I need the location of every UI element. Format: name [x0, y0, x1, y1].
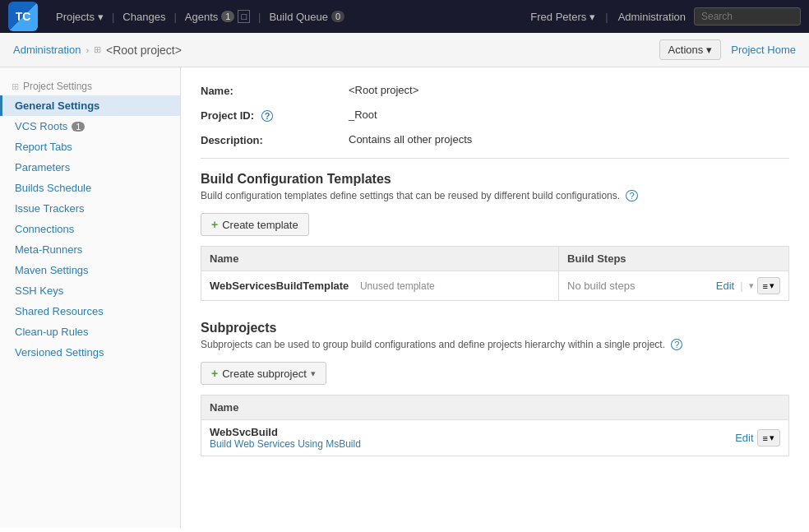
tc-logo: TC	[8, 2, 38, 31]
search-input[interactable]	[694, 7, 801, 25]
vcs-roots-badge: 1	[72, 122, 85, 132]
sidebar-item-builds-schedule[interactable]: Builds Schedule	[0, 178, 180, 198]
sidebar-grid-icon: ⊞	[12, 81, 19, 92]
breadcrumb-current-project: <Root project>	[106, 44, 182, 57]
project-id-label: Project ID: ?	[201, 109, 349, 122]
no-build-steps-label: No build steps	[567, 280, 635, 292]
name-value: <Root project>	[349, 84, 418, 96]
sidebar-item-shared-resources[interactable]: Shared Resources	[0, 301, 180, 322]
template-name[interactable]: WebServicesBuildTemplate	[210, 280, 349, 292]
agent-icon-box: □	[238, 10, 250, 23]
sidebar-label-connections: Connections	[15, 223, 74, 235]
template-name-cell: WebServicesBuildTemplate Unused template	[201, 271, 559, 301]
nav-administration[interactable]: Administration	[618, 11, 686, 23]
sidebar-label-meta-runners: Meta-Runners	[15, 243, 82, 256]
sidebar-item-report-tabs[interactable]: Report Tabs	[0, 136, 180, 157]
name-label: Name:	[201, 84, 349, 97]
subproject-action-menu-button[interactable]: ≡ ▾	[757, 429, 780, 446]
sidebar-item-vcs-roots[interactable]: VCS Roots 1	[0, 116, 180, 136]
table-header-build-steps: Build Steps	[559, 247, 789, 271]
sidebar-item-maven-settings[interactable]: Maven Settings	[0, 260, 180, 280]
actions-button[interactable]: Actions ▾	[659, 39, 722, 60]
description-value: Contains all other projects	[349, 133, 472, 146]
edit-separator: |	[740, 280, 742, 292]
sidebar-label-parameters: Parameters	[15, 161, 70, 173]
sidebar-item-ssh-keys[interactable]: SSH Keys	[0, 280, 180, 301]
top-navigation: TC Projects ▾ | Changes | Agents 1 □ | B…	[0, 0, 809, 33]
subproject-cell: WebSvcBuild Build Web Services Using MsB…	[201, 420, 789, 456]
sidebar-item-meta-runners[interactable]: Meta-Runners	[0, 239, 180, 260]
grid-icon: ⊞	[94, 44, 101, 55]
user-chevron-icon: ▾	[589, 11, 595, 23]
table-row: WebSvcBuild Build Web Services Using MsB…	[201, 420, 789, 456]
build-config-help-icon[interactable]: ?	[626, 190, 637, 201]
sidebar-label-shared-resources: Shared Resources	[15, 305, 104, 317]
sidebar-label-builds-schedule: Builds Schedule	[15, 182, 91, 194]
create-template-button[interactable]: + Create template	[201, 213, 309, 236]
nav-right: Fred Peters ▾ | Administration	[530, 7, 801, 25]
subproject-name[interactable]: WebSvcBuild	[210, 426, 361, 438]
name-row: Name: <Root project>	[201, 84, 789, 97]
build-config-desc: Build configuration templates define set…	[201, 190, 789, 201]
breadcrumb-bar: Administration › ⊞ <Root project> Action…	[0, 33, 809, 67]
sidebar-section-title: ⊞ Project Settings	[0, 76, 180, 95]
subprojects-help-icon[interactable]: ?	[671, 339, 682, 350]
sidebar-label-issue-trackers: Issue Trackers	[15, 202, 85, 215]
project-id-row: Project ID: ? _Root	[201, 109, 789, 122]
divider-1	[201, 158, 789, 159]
actions-chevron-icon: ▾	[706, 44, 712, 56]
template-action-menu-button[interactable]: ≡ ▾	[757, 277, 780, 294]
create-subproject-label: Create subproject	[222, 368, 307, 380]
menu-arrow-icon: ▾	[770, 280, 774, 291]
chevron-down-icon: ▾	[98, 11, 104, 23]
sidebar-item-general-settings[interactable]: General Settings	[0, 95, 180, 116]
sidebar-label-ssh-keys: SSH Keys	[15, 285, 63, 297]
sidebar-label-cleanup-rules: Clean-up Rules	[15, 326, 89, 338]
nav-projects[interactable]: Projects ▾	[49, 11, 110, 23]
create-subproject-plus-icon: +	[211, 367, 218, 380]
build-steps-actions: No build steps Edit | ▾ ≡ ▾	[567, 277, 780, 294]
subproject-edit-link[interactable]: Edit	[735, 432, 753, 444]
project-id-help-icon[interactable]: ?	[261, 110, 274, 122]
create-subproject-arrow-icon: ▾	[311, 368, 316, 379]
subproject-description[interactable]: Build Web Services Using MsBuild	[210, 438, 361, 450]
nav-agents[interactable]: Agents 1 □	[178, 10, 257, 23]
main-layout: ⊞ Project Settings General Settings VCS …	[0, 67, 809, 528]
build-config-title: Build Configuration Templates	[201, 172, 789, 187]
subprojects-title: Subprojects	[201, 321, 789, 335]
sidebar: ⊞ Project Settings General Settings VCS …	[0, 67, 181, 528]
project-home-link[interactable]: Project Home	[731, 44, 796, 56]
agents-badge: 1	[221, 11, 234, 22]
menu-icon: ≡	[763, 281, 768, 291]
menu-icon: ≡	[763, 433, 768, 443]
subprojects-desc: Subprojects can be used to group build c…	[201, 339, 789, 350]
sidebar-item-issue-trackers[interactable]: Issue Trackers	[0, 198, 180, 219]
sidebar-section-label: Project Settings	[23, 81, 92, 92]
menu-arrow-icon: ▾	[770, 433, 774, 443]
nav-changes[interactable]: Changes	[116, 11, 172, 23]
template-edit-link[interactable]: Edit	[716, 280, 734, 292]
build-config-table: Name Build Steps WebServicesBuildTemplat…	[201, 246, 789, 301]
chevron-down-icon: ▾	[749, 280, 754, 291]
subproject-actions: Edit ≡ ▾	[735, 429, 780, 446]
sidebar-item-cleanup-rules[interactable]: Clean-up Rules	[0, 322, 180, 342]
nav-links: Projects ▾ | Changes | Agents 1 □ | Buil…	[49, 10, 351, 23]
breadcrumb-administration[interactable]: Administration	[13, 44, 81, 56]
sidebar-item-connections[interactable]: Connections	[0, 219, 180, 239]
sidebar-item-versioned-settings[interactable]: Versioned Settings	[0, 342, 180, 363]
nav-user[interactable]: Fred Peters ▾	[530, 11, 595, 23]
breadcrumb: Administration › ⊞ <Root project>	[13, 44, 182, 57]
create-subproject-button[interactable]: + Create subproject ▾	[201, 362, 326, 385]
subproject-info: WebSvcBuild Build Web Services Using MsB…	[210, 426, 361, 450]
table-row: WebServicesBuildTemplate Unused template…	[201, 271, 789, 301]
breadcrumb-actions: Actions ▾ Project Home	[659, 39, 796, 60]
sidebar-label-versioned-settings: Versioned Settings	[15, 346, 104, 359]
sidebar-item-parameters[interactable]: Parameters	[0, 157, 180, 178]
nav-build-queue[interactable]: Build Queue 0	[262, 11, 351, 23]
sidebar-label-maven-settings: Maven Settings	[15, 264, 89, 276]
build-queue-badge: 0	[331, 11, 344, 22]
description-row: Description: Contains all other projects	[201, 133, 789, 146]
description-label: Description:	[201, 133, 349, 146]
subprojects-table: Name WebSvcBuild Build Web Services Usin…	[201, 395, 789, 456]
sidebar-label-report-tabs: Report Tabs	[15, 141, 72, 153]
